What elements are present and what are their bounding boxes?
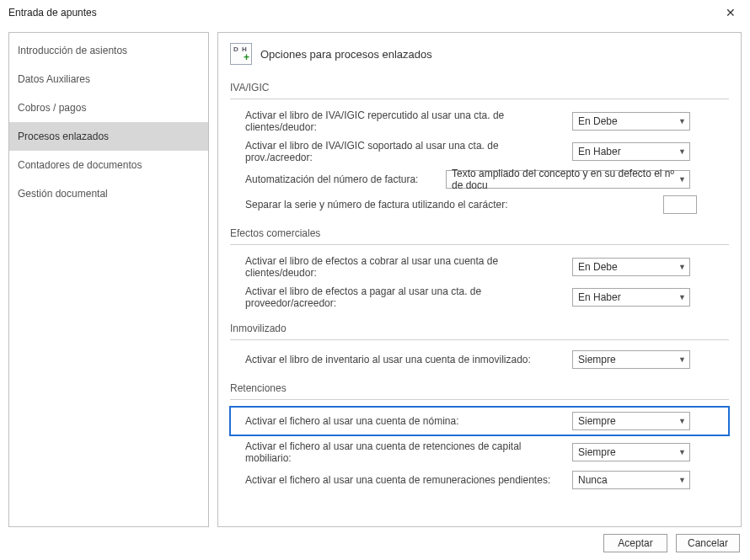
row-ret-capital: Activar el fichero al usar una cuenta de… [230,437,729,467]
select-value: Nunca [578,474,608,486]
label-ret-nomina: Activar el fichero al usar una cuenta de… [245,415,565,427]
label-ret-remun: Activar el fichero al usar una cuenta de… [245,474,565,486]
chevron-down-icon: ▼ [678,476,686,484]
select-value: En Debe [578,261,618,273]
sidebar-item-gestion[interactable]: Gestión documental [9,179,208,208]
row-efectos-pagar: Activar el libro de efectos a pagar al u… [230,282,729,312]
accept-button[interactable]: Aceptar [603,534,667,552]
label-iva-repercutido: Activar el libro de IVA/IGIC repercutido… [245,109,565,133]
sidebar-item-cobros[interactable]: Cobros / pagos [9,93,208,122]
sidebar-item-contadores[interactable]: Contadores de documentos [9,151,208,179]
label-efectos-cobrar: Activar el libro de efectos a cobrar al … [245,255,565,279]
chevron-down-icon: ▼ [678,417,686,425]
select-ret-nomina[interactable]: Siempre ▼ [572,412,690,430]
select-value: Texto ampliado del concepto y en su defe… [452,168,678,191]
chevron-down-icon: ▼ [678,147,686,156]
row-iva-separador: Separar la serie y número de factura uti… [230,192,729,217]
section-title-iva: IVA/IGIC [230,77,729,99]
chevron-down-icon: ▼ [678,448,686,456]
select-value: En Haber [578,146,621,157]
select-value: Siempre [578,446,616,458]
dialog-footer: Aceptar Cancelar [0,527,750,559]
select-efectos-cobrar[interactable]: En Debe ▼ [572,258,690,276]
select-iva-repercutido[interactable]: En Debe ▼ [572,112,690,131]
row-ret-nomina: Activar el fichero al usar una cuenta de… [230,407,729,435]
chevron-down-icon: ▼ [678,117,686,125]
select-value: En Debe [578,115,618,127]
panel-title: Opciones para procesos enlazados [260,48,432,61]
select-value: Siempre [578,415,616,427]
select-value: En Haber [578,291,621,303]
label-inmov-inventario: Activar el libro de inventario al usar u… [245,354,565,365]
row-efectos-cobrar: Activar el libro de efectos a cobrar al … [230,252,729,282]
row-ret-remun: Activar el fichero al usar una cuenta de… [230,467,729,493]
cancel-button[interactable]: Cancelar [676,534,740,552]
section-title-inmovilizado: Inmovilizado [230,317,729,340]
row-iva-repercutido: Activar el libro de IVA/IGIC repercutido… [230,106,729,136]
select-efectos-pagar[interactable]: En Haber ▼ [572,288,690,307]
label-efectos-pagar: Activar el libro de efectos a pagar al u… [245,285,565,309]
select-ret-capital[interactable]: Siempre ▼ [572,443,690,461]
window-title: Entrada de apuntes [8,7,97,19]
row-iva-soportado: Activar el libro de IVA/IGIC soportado a… [230,136,729,167]
chevron-down-icon: ▼ [678,355,686,364]
sidebar-item-intro[interactable]: Introducción de asientos [9,36,208,65]
chevron-down-icon: ▼ [678,175,686,184]
chevron-down-icon: ▼ [678,293,686,301]
select-ret-remun[interactable]: Nunca ▼ [572,471,690,489]
section-title-efectos: Efectos comerciales [230,222,729,245]
select-iva-automatizacion[interactable]: Texto ampliado del concepto y en su defe… [446,170,690,189]
label-ret-capital: Activar el fichero al usar una cuenta de… [245,440,565,464]
sidebar-item-procesos[interactable]: Procesos enlazados [9,122,208,151]
panel-header: D H + Opciones para procesos enlazados [230,43,729,65]
select-value: Siempre [578,354,616,365]
panel-header-icon: D H + [230,43,252,65]
main-panel: D H + Opciones para procesos enlazados I… [217,32,742,527]
label-iva-automatizacion: Automatización del número de factura: [245,173,439,185]
row-iva-automatizacion: Automatización del número de factura: Te… [230,167,729,192]
section-title-retenciones: Retenciones [230,377,729,400]
sidebar: Introducción de asientos Datos Auxiliare… [8,32,209,527]
chevron-down-icon: ▼ [678,263,686,271]
select-inmov-inventario[interactable]: Siempre ▼ [572,350,690,369]
sidebar-item-datos-aux[interactable]: Datos Auxiliares [9,65,208,93]
label-iva-separador: Separar la serie y número de factura uti… [245,199,565,211]
select-iva-soportado[interactable]: En Haber ▼ [572,142,690,161]
input-iva-separador[interactable] [663,195,697,214]
row-inmov-inventario: Activar el libro de inventario al usar u… [230,347,729,372]
close-button[interactable]: ✕ [718,0,743,25]
titlebar: Entrada de apuntes ✕ [0,0,750,25]
close-icon: ✕ [726,6,736,19]
plus-icon: + [244,51,249,63]
dialog-body: Introducción de asientos Datos Auxiliare… [0,25,750,527]
label-iva-soportado: Activar el libro de IVA/IGIC soportado a… [245,140,565,163]
